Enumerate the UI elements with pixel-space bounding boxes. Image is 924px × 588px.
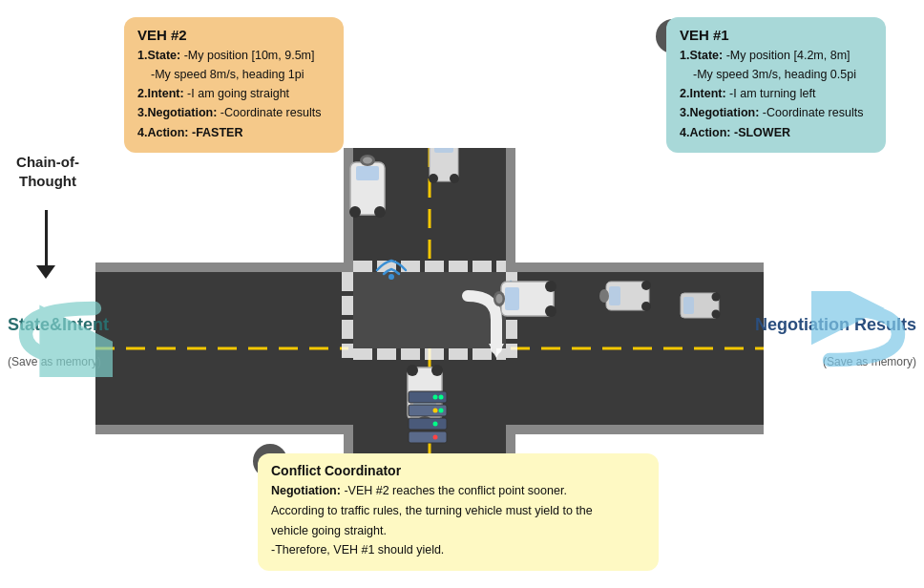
svg-rect-69	[408, 368, 442, 420]
negotiation-results-arrow	[811, 291, 916, 377]
svg-rect-13	[506, 272, 764, 425]
svg-point-68	[712, 293, 721, 302]
svg-rect-12	[95, 272, 353, 425]
svg-rect-3	[506, 148, 515, 272]
conflict-neg: Negotiation: -VEH #2 reaches the conflic…	[271, 482, 645, 500]
state-intent-arrow	[8, 291, 113, 377]
veh1-state: 1.State: -My position [4.2m, 8m]	[680, 47, 872, 64]
svg-rect-31	[496, 348, 506, 360]
svg-rect-37	[506, 296, 517, 315]
svg-rect-76	[409, 405, 447, 416]
svg-rect-44	[356, 166, 379, 180]
svg-point-67	[712, 310, 721, 319]
svg-rect-10	[353, 148, 506, 272]
svg-rect-19	[377, 261, 396, 272]
svg-point-81	[433, 409, 438, 413]
svg-rect-24	[496, 261, 506, 272]
svg-rect-38	[506, 320, 517, 339]
svg-point-56	[545, 305, 556, 317]
main-container: Chain-of- Thought ✦ ✦ ✦ VEH #2 1.State: …	[0, 0, 924, 588]
svg-rect-36	[506, 272, 517, 291]
svg-point-64	[599, 289, 609, 303]
svg-rect-30	[472, 348, 492, 360]
veh1-intent: 2.Intent: -I am turning left	[680, 85, 872, 102]
svg-point-80	[439, 395, 444, 400]
svg-rect-20	[401, 261, 420, 272]
svg-rect-54	[501, 282, 554, 316]
svg-rect-21	[425, 261, 444, 272]
svg-rect-35	[342, 344, 353, 358]
svg-rect-6	[95, 262, 353, 272]
svg-point-74	[420, 419, 430, 426]
svg-marker-40	[489, 344, 504, 358]
svg-point-45	[349, 206, 361, 218]
svg-point-59	[496, 294, 503, 304]
svg-point-71	[431, 365, 443, 376]
svg-rect-61	[609, 286, 620, 305]
svg-rect-39	[506, 344, 517, 358]
veh2-negotiation: 3.Negotiation: -Coordinate results	[137, 104, 330, 121]
svg-rect-55	[505, 287, 519, 310]
svg-point-73	[417, 416, 432, 428]
chain-of-thought-label: Chain-of- Thought	[10, 153, 86, 190]
svg-rect-7	[95, 425, 353, 434]
svg-rect-1	[95, 272, 764, 425]
svg-rect-33	[342, 296, 353, 315]
veh2-info-box: VEH #2 1.State: -My position [10m, 9.5m]…	[124, 17, 344, 153]
svg-rect-9	[506, 425, 764, 434]
svg-rect-23	[472, 261, 492, 272]
svg-rect-49	[430, 148, 458, 181]
svg-rect-2	[344, 148, 353, 272]
svg-point-41	[388, 274, 394, 280]
svg-rect-25	[353, 348, 372, 360]
svg-rect-34	[342, 320, 353, 339]
svg-point-83	[433, 422, 438, 427]
svg-point-42	[505, 293, 511, 299]
svg-rect-26	[377, 348, 396, 360]
svg-rect-50	[434, 148, 453, 153]
svg-point-63	[641, 281, 651, 290]
svg-point-47	[360, 155, 375, 166]
svg-point-72	[407, 365, 418, 376]
svg-rect-60	[606, 282, 649, 310]
svg-rect-0	[353, 148, 506, 472]
svg-point-79	[433, 395, 438, 400]
svg-point-57	[545, 281, 556, 292]
veh1-negotiation: 3.Negotiation: -Coordinate results	[680, 104, 872, 121]
svg-point-52	[450, 174, 459, 183]
veh1-info-box: VEH #1 1.State: -My position [4.2m, 8m] …	[666, 17, 886, 153]
veh2-action: 4.Action: -FASTER	[137, 124, 330, 141]
veh2-state: 1.State: -My position [10m, 9.5m]	[137, 47, 330, 64]
veh1-title: VEH #1	[680, 27, 872, 43]
svg-rect-70	[413, 402, 436, 416]
svg-rect-78	[409, 431, 447, 443]
svg-rect-75	[409, 391, 447, 403]
conflict-coordinator-box: Conflict Coordinator Negotiation: -VEH #…	[258, 453, 659, 571]
chain-arrow-head	[36, 265, 55, 279]
svg-rect-77	[409, 418, 447, 430]
veh2-intent: 2.Intent: -I am going straight	[137, 85, 330, 102]
svg-point-46	[374, 206, 386, 218]
svg-rect-8	[506, 262, 764, 272]
svg-rect-66	[683, 297, 694, 314]
svg-rect-43	[350, 162, 385, 215]
svg-rect-27	[401, 348, 420, 360]
svg-point-62	[641, 302, 651, 311]
chain-arrow-line	[45, 210, 48, 267]
svg-point-51	[429, 174, 438, 183]
svg-rect-22	[449, 261, 468, 272]
veh1-state2: -My speed 3m/s, heading 0.5pi	[680, 66, 872, 83]
conflict-line4: -Therefore, VEH #1 should yield.	[271, 541, 645, 559]
svg-point-58	[494, 291, 505, 306]
svg-point-84	[433, 435, 438, 440]
intersection-diagram	[95, 148, 764, 472]
svg-rect-28	[425, 348, 444, 360]
svg-rect-18	[353, 261, 372, 272]
conflict-title: Conflict Coordinator	[271, 463, 645, 478]
svg-point-82	[439, 409, 444, 413]
svg-point-48	[363, 158, 372, 164]
conflict-line3: vehicle going straight.	[271, 522, 645, 540]
svg-rect-32	[342, 272, 353, 291]
veh1-action: 4.Action: -SLOWER	[680, 124, 872, 141]
veh2-title: VEH #2	[137, 27, 330, 43]
